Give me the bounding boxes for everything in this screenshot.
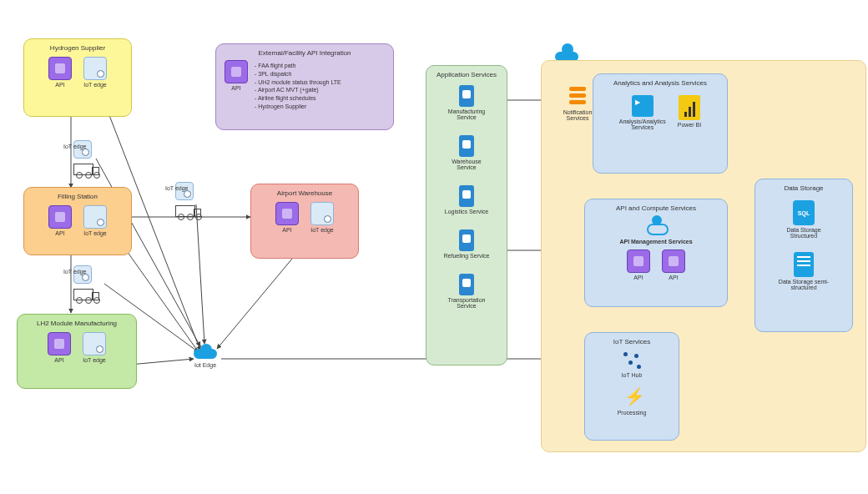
api-icon [627, 250, 650, 273]
iot-services-box: IoT Services IoT Hub Processing [584, 332, 679, 441]
iot-edge-icon [83, 57, 107, 80]
document-db-icon [794, 252, 814, 277]
iot-hub-icon [622, 350, 642, 370]
phone-icon [459, 135, 474, 157]
api-compute-title: API and Compute Services [590, 204, 722, 212]
phone-icon [459, 185, 474, 207]
phone-icon [459, 274, 474, 295]
analytics-title: Analytics and Analysis Services [598, 79, 722, 87]
lh2-manufacturing-box: LH2 Module Manufacturing API IoT edge [17, 314, 137, 389]
analytics-icon [632, 95, 654, 117]
sql-icon: SQL [793, 200, 815, 225]
data-storage-box: Data Storage SQL Data Storage Structured… [754, 179, 853, 332]
filling-station-box: Filling Station API IoT edge [23, 187, 132, 255]
iot-services-title: IoT Services [590, 338, 674, 345]
iot-edge-cloud: Iot Edge [194, 344, 217, 368]
iot-edge-icon [83, 205, 107, 229]
api-icon [275, 202, 299, 225]
processing-icon [623, 386, 641, 408]
api-management-icon [643, 215, 669, 237]
iot-edge-icon [310, 202, 334, 225]
application-services-box: Application Services Manufacturing Servi… [426, 65, 507, 365]
api-compute-box: API and Compute Services API Management … [584, 199, 728, 307]
powerbi-icon [679, 95, 700, 120]
hydrogen-supplier-title: Hydrogen Supplier [29, 44, 126, 52]
truck-filling: IoT edge [73, 265, 98, 304]
svg-line-5 [196, 204, 204, 344]
api-icon [225, 60, 248, 83]
hydrogen-supplier-box: Hydrogen Supplier API IoT edge [23, 38, 132, 117]
notification-services: Notification Services [561, 87, 594, 121]
api-icon [48, 205, 72, 229]
cloud-icon [555, 43, 583, 62]
airport-warehouse-title: Airport Warehouse [256, 189, 353, 197]
airport-warehouse-box: Airport Warehouse API IoT edge [250, 184, 359, 259]
truck-supplier: IoT edge [73, 140, 98, 179]
phone-icon [459, 85, 474, 107]
application-services-title: Application Services [431, 71, 502, 78]
api-icon [48, 332, 71, 355]
phone-icon [459, 229, 474, 251]
notification-icon [569, 87, 586, 107]
external-api-bullets: - FAA flight path - 3PL dispatch - UH2 m… [255, 62, 341, 111]
filling-station-title: Filling Station [29, 193, 126, 200]
lh2-manufacturing-title: LH2 Module Manufacturing [23, 320, 131, 327]
iot-edge-icon [83, 332, 106, 355]
data-storage-title: Data Storage [760, 184, 847, 192]
api-icon [662, 250, 685, 273]
cloud-icon [194, 344, 217, 359]
external-api-title: External/Facility API Integration [221, 49, 388, 57]
external-api-box: External/Facility API Integration API - … [215, 43, 394, 130]
truck-mid: IoT edge [175, 182, 200, 220]
api-icon [48, 57, 72, 80]
analytics-box: Analytics and Analysis Services Analysis… [593, 73, 728, 174]
